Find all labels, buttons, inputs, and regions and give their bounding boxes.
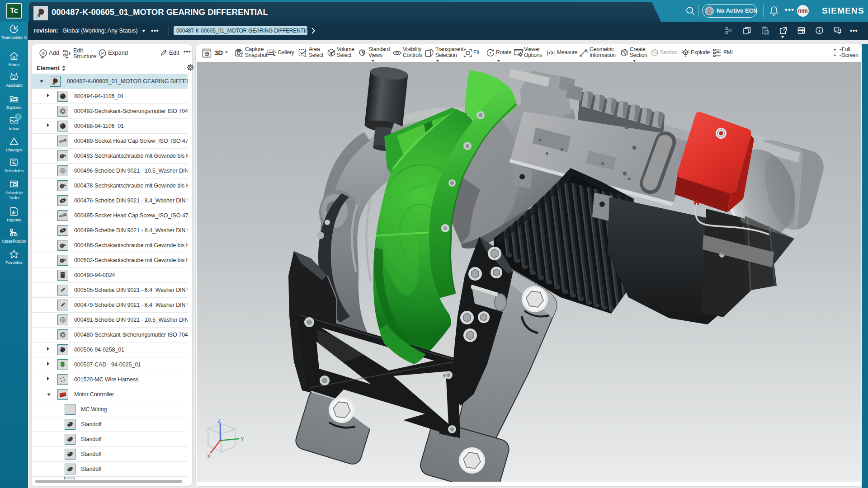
svg-text:?: ? [586,50,588,55]
svg-text:Y: Y [241,436,244,442]
svg-text:?: ? [550,51,553,56]
svg-text:Z: Z [217,418,221,424]
svg-text:X: X [207,453,211,460]
